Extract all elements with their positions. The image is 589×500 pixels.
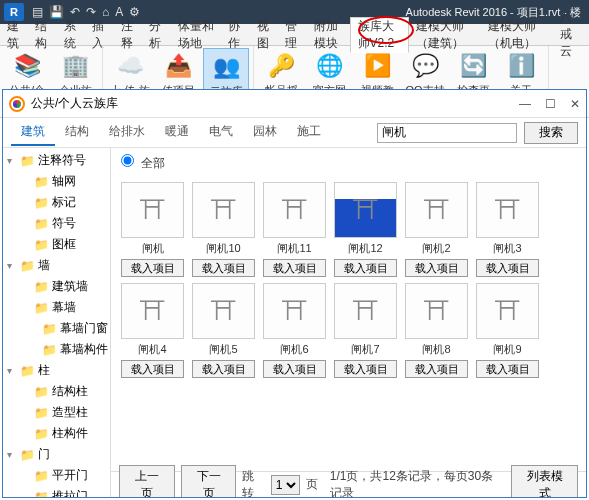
tree-label: 注释符号	[38, 152, 86, 169]
folder-icon: 📁	[34, 406, 49, 420]
load-button[interactable]: 载入项目	[405, 360, 468, 378]
tree-item[interactable]: ▾📁注释符号	[5, 150, 108, 171]
filter-tab[interactable]: 园林	[243, 119, 287, 146]
folder-icon: 📁	[34, 427, 49, 441]
folder-icon: 📁	[34, 280, 49, 294]
load-button[interactable]: 载入项目	[121, 360, 184, 378]
prev-page-button[interactable]: 上一页	[119, 465, 175, 498]
minimize-icon[interactable]: —	[519, 97, 531, 111]
tree-item[interactable]: 📁推拉门	[5, 486, 108, 497]
folder-icon: 📁	[20, 364, 35, 378]
tree-item[interactable]: 📁符号	[5, 213, 108, 234]
load-button[interactable]: 载入项目	[334, 259, 397, 277]
folder-icon: 📁	[34, 217, 49, 231]
thumb-icon: ⛩	[263, 182, 326, 238]
tree-item[interactable]: 📁图框	[5, 234, 108, 255]
load-button[interactable]: 载入项目	[192, 259, 255, 277]
item-card[interactable]: ⛩闸机9载入项目	[476, 283, 539, 378]
item-caption: 闸机3	[493, 241, 521, 256]
filter-tab[interactable]: 暖通	[155, 119, 199, 146]
ribbon-icon: 🔄	[457, 50, 489, 82]
radio-all[interactable]: 全部	[121, 156, 165, 170]
gallery-header: 全部	[111, 148, 586, 178]
filter-tab[interactable]: 建筑	[11, 119, 55, 146]
item-caption: 闸机8	[422, 342, 450, 357]
ribbon-icon: 🔑	[265, 50, 297, 82]
tree-label: 图框	[52, 236, 76, 253]
expander-icon[interactable]: ▾	[7, 260, 17, 271]
tree-item[interactable]: 📁幕墙门窗	[5, 318, 108, 339]
thumb-icon: ⛩	[476, 182, 539, 238]
thumb-icon: ⛩	[334, 182, 397, 238]
ribbon-icon: ▶️	[361, 50, 393, 82]
tree-item[interactable]: 📁造型柱	[5, 402, 108, 423]
tree-item[interactable]: 📁轴网	[5, 171, 108, 192]
close-icon[interactable]: ✕	[570, 97, 580, 111]
tree-item[interactable]: 📁结构柱	[5, 381, 108, 402]
tree-label: 柱构件	[52, 425, 88, 442]
page-select[interactable]: 1	[271, 475, 300, 495]
item-card[interactable]: ⛩闸机载入项目	[121, 182, 184, 277]
search-button[interactable]: 搜索	[524, 122, 578, 144]
ribbon-icon: ☁️	[114, 50, 146, 82]
item-card[interactable]: ⛩闸机2载入项目	[405, 182, 468, 277]
item-card[interactable]: ⛩闸机5载入项目	[192, 283, 255, 378]
filter-tab[interactable]: 施工	[287, 119, 331, 146]
item-card[interactable]: ⛩闸机8载入项目	[405, 283, 468, 378]
search-input[interactable]	[377, 123, 517, 143]
menu-14[interactable]: 八戒云	[553, 9, 589, 60]
item-card[interactable]: ⛩闸机10载入项目	[192, 182, 255, 277]
expander-icon[interactable]: ▾	[7, 155, 17, 166]
item-caption: 闸机10	[206, 241, 240, 256]
page-unit: 页	[306, 476, 318, 493]
item-card[interactable]: ⛩闸机4载入项目	[121, 283, 184, 378]
next-page-button[interactable]: 下一页	[181, 465, 237, 498]
thumb-icon: ⛩	[121, 182, 184, 238]
expander-icon[interactable]: ▾	[7, 449, 17, 460]
filter-row: 建筑结构给排水暖通电气园林施工 搜索	[3, 118, 586, 148]
folder-icon: 📁	[34, 469, 49, 483]
filter-tab[interactable]: 结构	[55, 119, 99, 146]
item-card[interactable]: ⛩闸机3载入项目	[476, 182, 539, 277]
load-button[interactable]: 载入项目	[476, 259, 539, 277]
ribbon-icon: 🌐	[313, 50, 345, 82]
pager: 上一页 下一页 跳转 1 页 1/1页，共12条记录，每页30条记录 列表模式	[111, 471, 586, 497]
tree-item[interactable]: 📁标记	[5, 192, 108, 213]
tree-item[interactable]: ▾📁门	[5, 444, 108, 465]
filter-tab[interactable]: 电气	[199, 119, 243, 146]
ribbon-icon: 📤	[162, 50, 194, 82]
window-logo-icon	[9, 96, 25, 112]
item-card[interactable]: ⛩闸机12载入项目	[334, 182, 397, 277]
maximize-icon[interactable]: ☐	[545, 97, 556, 111]
load-button[interactable]: 载入项目	[334, 360, 397, 378]
thumb-icon: ⛩	[405, 283, 468, 339]
expander-icon[interactable]: ▾	[7, 365, 17, 376]
item-card[interactable]: ⛩闸机6载入项目	[263, 283, 326, 378]
load-button[interactable]: 载入项目	[192, 360, 255, 378]
load-button[interactable]: 载入项目	[121, 259, 184, 277]
category-tree[interactable]: ▾📁注释符号📁轴网📁标记📁符号📁图框▾📁墙📁建筑墙📁幕墙📁幕墙门窗📁幕墙构件▾📁…	[3, 148, 111, 497]
list-mode-button[interactable]: 列表模式	[511, 465, 578, 498]
tree-item[interactable]: 📁建筑墙	[5, 276, 108, 297]
tree-item[interactable]: 📁柱构件	[5, 423, 108, 444]
item-caption: 闸机2	[422, 241, 450, 256]
item-card[interactable]: ⛩闸机7载入项目	[334, 283, 397, 378]
tree-item[interactable]: 📁幕墙	[5, 297, 108, 318]
filter-tab[interactable]: 给排水	[99, 119, 155, 146]
tree-item[interactable]: 📁平开门	[5, 465, 108, 486]
load-button[interactable]: 载入项目	[405, 259, 468, 277]
tree-item[interactable]: ▾📁柱	[5, 360, 108, 381]
load-button[interactable]: 载入项目	[263, 360, 326, 378]
gallery: 全部 ⛩闸机载入项目⛩闸机10载入项目⛩闸机11载入项目⛩闸机12载入项目⛩闸机…	[111, 148, 586, 497]
load-button[interactable]: 载入项目	[263, 259, 326, 277]
tree-label: 轴网	[52, 173, 76, 190]
item-card[interactable]: ⛩闸机11载入项目	[263, 182, 326, 277]
tree-item[interactable]: ▾📁墙	[5, 255, 108, 276]
tree-label: 推拉门	[52, 488, 88, 497]
folder-icon: 📁	[42, 343, 57, 357]
tree-item[interactable]: 📁幕墙构件	[5, 339, 108, 360]
tree-label: 幕墙构件	[60, 341, 108, 358]
window-titlebar: 公共/个人云族库 — ☐ ✕	[3, 90, 586, 118]
thumb-icon: ⛩	[192, 283, 255, 339]
load-button[interactable]: 载入项目	[476, 360, 539, 378]
